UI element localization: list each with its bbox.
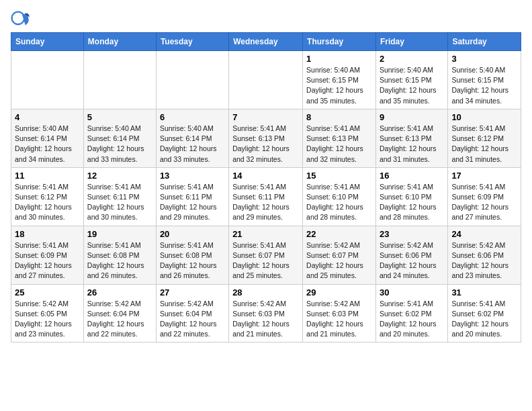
calendar-cell: 28Sunrise: 5:42 AM Sunset: 6:03 PM Dayli…	[229, 284, 303, 342]
weekday-header-friday: Friday	[375, 33, 447, 51]
day-number: 16	[380, 171, 444, 181]
calendar-cell: 8Sunrise: 5:41 AM Sunset: 6:13 PM Daylig…	[303, 109, 376, 167]
day-number: 27	[160, 287, 225, 298]
svg-point-0	[12, 12, 25, 25]
day-info: Sunrise: 5:41 AM Sunset: 6:10 PM Dayligh…	[306, 182, 372, 223]
day-number: 30	[380, 287, 444, 298]
day-info: Sunrise: 5:41 AM Sunset: 6:11 PM Dayligh…	[87, 182, 152, 223]
weekday-header-saturday: Saturday	[448, 33, 521, 51]
calendar-cell	[156, 51, 228, 109]
calendar-cell: 22Sunrise: 5:42 AM Sunset: 6:07 PM Dayli…	[303, 226, 376, 284]
day-number: 4	[15, 112, 80, 122]
calendar-week-3: 11Sunrise: 5:41 AM Sunset: 6:12 PM Dayli…	[11, 167, 521, 226]
day-number: 14	[232, 171, 299, 181]
calendar-cell: 27Sunrise: 5:42 AM Sunset: 6:04 PM Dayli…	[156, 284, 228, 342]
calendar-table: SundayMondayTuesdayWednesdayThursdayFrid…	[11, 32, 521, 342]
day-info: Sunrise: 5:42 AM Sunset: 6:03 PM Dayligh…	[306, 299, 372, 340]
day-number: 9	[380, 112, 444, 122]
calendar-week-4: 18Sunrise: 5:41 AM Sunset: 6:09 PM Dayli…	[11, 226, 521, 284]
calendar-cell: 25Sunrise: 5:42 AM Sunset: 6:05 PM Dayli…	[11, 284, 84, 342]
calendar-cell: 11Sunrise: 5:41 AM Sunset: 6:12 PM Dayli…	[11, 167, 84, 226]
day-number: 13	[160, 171, 225, 181]
calendar-cell: 23Sunrise: 5:42 AM Sunset: 6:06 PM Dayli…	[375, 226, 447, 284]
day-number: 11	[15, 171, 80, 181]
day-info: Sunrise: 5:40 AM Sunset: 6:14 PM Dayligh…	[160, 124, 225, 165]
day-number: 19	[87, 229, 152, 239]
day-info: Sunrise: 5:41 AM Sunset: 6:12 PM Dayligh…	[451, 124, 517, 165]
calendar-cell: 30Sunrise: 5:41 AM Sunset: 6:02 PM Dayli…	[375, 284, 447, 342]
calendar-cell: 9Sunrise: 5:41 AM Sunset: 6:13 PM Daylig…	[375, 109, 447, 167]
weekday-header-tuesday: Tuesday	[156, 33, 228, 51]
day-number: 18	[15, 229, 80, 239]
day-number: 31	[451, 287, 517, 298]
day-number: 1	[306, 54, 372, 64]
weekday-header-wednesday: Wednesday	[229, 33, 303, 51]
day-number: 24	[451, 229, 517, 239]
day-number: 8	[306, 112, 372, 122]
calendar-cell: 31Sunrise: 5:41 AM Sunset: 6:02 PM Dayli…	[448, 284, 521, 342]
calendar-cell: 10Sunrise: 5:41 AM Sunset: 6:12 PM Dayli…	[448, 109, 521, 167]
day-number: 22	[306, 229, 372, 239]
calendar-cell: 6Sunrise: 5:40 AM Sunset: 6:14 PM Daylig…	[156, 109, 228, 167]
day-info: Sunrise: 5:41 AM Sunset: 6:12 PM Dayligh…	[15, 182, 80, 223]
day-number: 20	[160, 229, 225, 239]
calendar-cell: 17Sunrise: 5:41 AM Sunset: 6:09 PM Dayli…	[448, 167, 521, 226]
day-number: 17	[451, 171, 517, 181]
calendar-cell: 2Sunrise: 5:40 AM Sunset: 6:15 PM Daylig…	[375, 51, 447, 109]
day-number: 28	[232, 287, 299, 298]
calendar-cell: 4Sunrise: 5:40 AM Sunset: 6:14 PM Daylig…	[11, 109, 84, 167]
day-info: Sunrise: 5:41 AM Sunset: 6:09 PM Dayligh…	[451, 182, 517, 223]
day-info: Sunrise: 5:41 AM Sunset: 6:11 PM Dayligh…	[232, 182, 299, 223]
page-header	[11, 11, 521, 30]
day-number: 26	[87, 287, 152, 298]
day-info: Sunrise: 5:42 AM Sunset: 6:04 PM Dayligh…	[87, 299, 152, 340]
weekday-header-thursday: Thursday	[303, 33, 376, 51]
day-number: 3	[451, 54, 517, 64]
calendar-cell: 1Sunrise: 5:40 AM Sunset: 6:15 PM Daylig…	[303, 51, 376, 109]
day-info: Sunrise: 5:41 AM Sunset: 6:07 PM Dayligh…	[232, 240, 299, 281]
day-info: Sunrise: 5:40 AM Sunset: 6:14 PM Dayligh…	[15, 124, 80, 165]
day-info: Sunrise: 5:41 AM Sunset: 6:02 PM Dayligh…	[380, 299, 444, 340]
day-number: 10	[451, 112, 517, 122]
day-info: Sunrise: 5:41 AM Sunset: 6:02 PM Dayligh…	[451, 299, 517, 340]
calendar-cell: 24Sunrise: 5:42 AM Sunset: 6:06 PM Dayli…	[448, 226, 521, 284]
day-number: 23	[380, 229, 444, 239]
day-info: Sunrise: 5:42 AM Sunset: 6:07 PM Dayligh…	[306, 240, 372, 281]
calendar-week-2: 4Sunrise: 5:40 AM Sunset: 6:14 PM Daylig…	[11, 109, 521, 167]
calendar-cell: 21Sunrise: 5:41 AM Sunset: 6:07 PM Dayli…	[229, 226, 303, 284]
day-info: Sunrise: 5:42 AM Sunset: 6:06 PM Dayligh…	[380, 240, 444, 281]
calendar-header: SundayMondayTuesdayWednesdayThursdayFrid…	[11, 33, 521, 51]
calendar-cell: 3Sunrise: 5:40 AM Sunset: 6:15 PM Daylig…	[448, 51, 521, 109]
day-info: Sunrise: 5:41 AM Sunset: 6:13 PM Dayligh…	[306, 124, 372, 165]
logo-icon	[11, 11, 30, 30]
day-info: Sunrise: 5:41 AM Sunset: 6:13 PM Dayligh…	[380, 124, 444, 165]
day-number: 15	[306, 171, 372, 181]
day-number: 2	[380, 54, 444, 64]
calendar-cell: 26Sunrise: 5:42 AM Sunset: 6:04 PM Dayli…	[83, 284, 156, 342]
calendar-cell	[83, 51, 156, 109]
day-number: 12	[87, 171, 152, 181]
calendar-cell: 15Sunrise: 5:41 AM Sunset: 6:10 PM Dayli…	[303, 167, 376, 226]
calendar-week-1: 1Sunrise: 5:40 AM Sunset: 6:15 PM Daylig…	[11, 51, 521, 109]
day-info: Sunrise: 5:40 AM Sunset: 6:14 PM Dayligh…	[87, 124, 152, 165]
day-info: Sunrise: 5:41 AM Sunset: 6:09 PM Dayligh…	[15, 240, 80, 281]
calendar-cell: 12Sunrise: 5:41 AM Sunset: 6:11 PM Dayli…	[83, 167, 156, 226]
day-info: Sunrise: 5:41 AM Sunset: 6:08 PM Dayligh…	[160, 240, 225, 281]
day-info: Sunrise: 5:40 AM Sunset: 6:15 PM Dayligh…	[306, 65, 372, 106]
calendar-cell: 29Sunrise: 5:42 AM Sunset: 6:03 PM Dayli…	[303, 284, 376, 342]
day-number: 21	[232, 229, 299, 239]
calendar-week-5: 25Sunrise: 5:42 AM Sunset: 6:05 PM Dayli…	[11, 284, 521, 342]
calendar-cell: 13Sunrise: 5:41 AM Sunset: 6:11 PM Dayli…	[156, 167, 228, 226]
day-info: Sunrise: 5:40 AM Sunset: 6:15 PM Dayligh…	[451, 65, 517, 106]
calendar-cell	[11, 51, 84, 109]
day-info: Sunrise: 5:40 AM Sunset: 6:15 PM Dayligh…	[380, 65, 444, 106]
day-number: 6	[160, 112, 225, 122]
day-info: Sunrise: 5:42 AM Sunset: 6:04 PM Dayligh…	[160, 299, 225, 340]
calendar-cell: 18Sunrise: 5:41 AM Sunset: 6:09 PM Dayli…	[11, 226, 84, 284]
day-number: 29	[306, 287, 372, 298]
day-number: 5	[87, 112, 152, 122]
day-info: Sunrise: 5:41 AM Sunset: 6:11 PM Dayligh…	[160, 182, 225, 223]
calendar-cell: 5Sunrise: 5:40 AM Sunset: 6:14 PM Daylig…	[83, 109, 156, 167]
day-info: Sunrise: 5:42 AM Sunset: 6:03 PM Dayligh…	[232, 299, 299, 340]
weekday-header-monday: Monday	[83, 33, 156, 51]
